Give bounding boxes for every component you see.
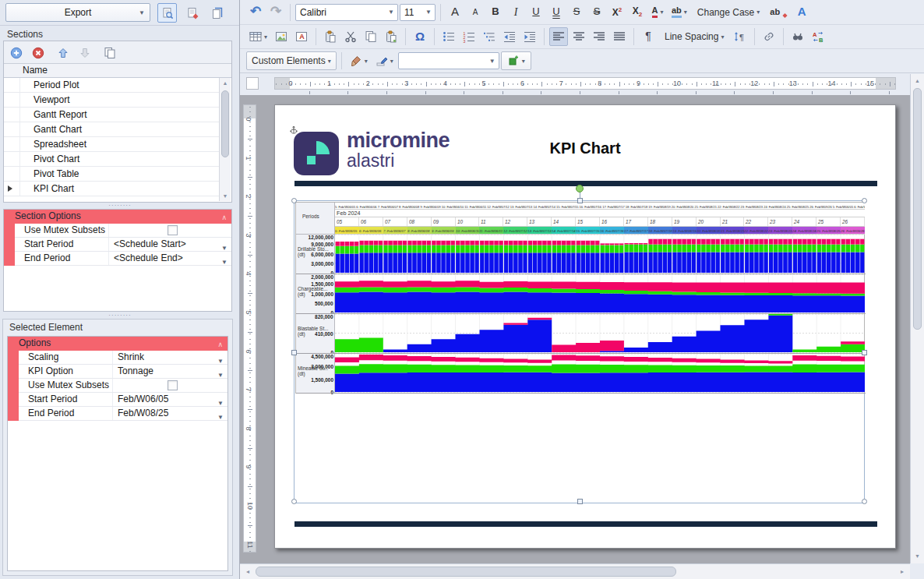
rotation-handle[interactable] (576, 185, 584, 192)
multilevel-button[interactable] (480, 27, 499, 46)
clear-format-button[interactable]: ab (767, 3, 791, 22)
option-value[interactable]: Shrink▼ (112, 351, 227, 364)
chevron-down-icon[interactable]: ▾ (365, 58, 368, 65)
double-underline-button[interactable]: U (547, 3, 566, 22)
ruler-corner-box[interactable] (246, 77, 259, 90)
handle-mid-left[interactable] (291, 350, 297, 355)
grow-button[interactable]: A (446, 3, 464, 22)
option-value[interactable]: Tonnage▼ (112, 365, 227, 378)
panel-splitter[interactable]: ········ (0, 203, 240, 209)
shrink-button[interactable]: A (466, 3, 485, 22)
subscript-button[interactable]: X2 (628, 3, 647, 22)
justify-button[interactable] (610, 27, 629, 46)
hyperlink-button[interactable] (760, 27, 778, 46)
para-spacing-button[interactable]: ¶ (731, 27, 749, 46)
export-dropdown[interactable]: Export ▼ (5, 3, 150, 22)
element-options-header[interactable]: Options ∧ (8, 337, 227, 351)
chevron-down-icon[interactable]: ▾ (660, 9, 663, 16)
font-dialog-button[interactable]: A (792, 3, 811, 22)
chevron-down-icon[interactable]: ▼ (425, 9, 432, 16)
move-up-button[interactable] (54, 44, 72, 62)
highlight-button[interactable]: ab▾ (668, 3, 690, 22)
sections-scrollbar[interactable]: ▲ ▼ (219, 78, 231, 201)
option-value[interactable] (108, 224, 231, 237)
indent-button[interactable] (520, 27, 539, 46)
handle-bottom-left[interactable] (291, 499, 297, 504)
scroll-down-icon[interactable]: ▼ (911, 551, 924, 562)
format-brush-button[interactable]: ▾ (347, 51, 371, 70)
section-list-item-kpi-chart[interactable]: KPI Chart (4, 182, 219, 196)
copy-button[interactable] (361, 27, 380, 46)
symbol-button[interactable]: Ω (411, 27, 429, 46)
panel-splitter[interactable]: ········ (0, 313, 240, 319)
vertical-ruler[interactable]: 01234567891011 (243, 98, 258, 560)
superscript-button[interactable]: X2 (608, 3, 626, 22)
line-spacing-button[interactable]: Line Spacing▾ (659, 27, 729, 46)
section-list-item-pivot-chart[interactable]: Pivot Chart (4, 152, 219, 167)
font-size-combobox[interactable]: 11▼ (400, 4, 436, 21)
document-canvas[interactable]: 01234567891011 micromine alastri KPI Cha… (240, 95, 910, 563)
section-list-item-gantt-report[interactable]: Gantt Report (4, 108, 219, 122)
delete-section-button[interactable] (29, 44, 47, 62)
chevron-down-icon[interactable]: ▼ (217, 411, 224, 424)
find-button[interactable] (788, 27, 807, 46)
replace-button[interactable]: AB (809, 27, 827, 46)
pilcrow-button[interactable]: ¶ (639, 27, 658, 46)
collapse-icon[interactable]: ∧ (217, 338, 223, 351)
kpi-chart-selection[interactable]: Periods5: Feb/W06/05 6: Feb/W06/06 7: Fe… (294, 200, 865, 503)
handle-mid-right[interactable] (862, 350, 867, 355)
duplicate-section-button[interactable] (101, 44, 118, 62)
chevron-down-icon[interactable]: ▾ (522, 58, 525, 65)
handle-top-center[interactable] (577, 198, 583, 203)
chevron-down-icon[interactable]: ▾ (328, 58, 331, 65)
underline-button[interactable]: U (527, 3, 545, 22)
redo-button[interactable]: ↷ (266, 3, 285, 22)
option-value[interactable]: <Schedule End>▼ (108, 252, 231, 265)
chevron-down-icon[interactable]: ▼ (489, 58, 496, 65)
checkbox[interactable] (168, 225, 178, 235)
scrollbar-thumb[interactable] (221, 90, 229, 157)
scroll-up-icon[interactable]: ▲ (220, 78, 231, 88)
insert-picture-button[interactable] (272, 27, 291, 46)
align-right-button[interactable] (590, 27, 608, 46)
bold-button[interactable]: B (486, 3, 505, 22)
insert-table-button[interactable]: ▾ (246, 27, 270, 46)
horizontal-ruler[interactable]: 0123456789101112131415 (262, 77, 904, 95)
chevron-down-icon[interactable]: ▾ (756, 9, 760, 16)
section-options-header[interactable]: Section Options ∧ (4, 210, 231, 224)
section-list-item-period-plot[interactable]: Period Plot (4, 78, 219, 93)
option-value[interactable]: <Schedule Start>▼ (108, 238, 231, 251)
edit-pencil-button[interactable]: ▾ (372, 51, 397, 70)
copy-layout-button[interactable] (207, 3, 227, 23)
handle-top-left[interactable] (291, 198, 297, 203)
kpi-chart-element[interactable]: Periods5: Feb/W06/05 6: Feb/W06/06 7: Fe… (295, 202, 865, 394)
align-center-button[interactable] (570, 27, 588, 46)
change-case-button[interactable]: Change Case▾ (692, 3, 765, 22)
option-value[interactable] (112, 379, 227, 392)
font-color-button[interactable]: A▾ (648, 3, 667, 22)
chevron-down-icon[interactable]: ▾ (721, 34, 724, 41)
chevron-down-icon[interactable]: ▾ (264, 34, 267, 41)
section-list-item-viewport[interactable]: Viewport (4, 93, 219, 108)
handle-bottom-right[interactable] (862, 499, 867, 504)
chevron-down-icon[interactable]: ▼ (221, 256, 227, 269)
handle-bottom-center[interactable] (577, 499, 583, 504)
horizontal-scrollbar[interactable]: ◂ ▸ (240, 563, 910, 579)
document-page[interactable]: micromine alastri KPI Chart Periods5: Fe… (274, 104, 896, 549)
option-value[interactable]: Feb/W08/25▼ (112, 407, 227, 420)
collapse-icon[interactable]: ∧ (221, 211, 227, 224)
scrollbar-thumb[interactable] (256, 567, 676, 577)
custom-elements-button[interactable]: Custom Elements▾ (246, 51, 337, 70)
chevron-down-icon[interactable]: ▼ (388, 9, 394, 16)
add-section-button[interactable] (7, 44, 25, 62)
checkbox[interactable] (168, 380, 178, 390)
paste-special-button[interactable] (382, 27, 400, 46)
style-value-combobox[interactable]: ▼ (398, 52, 499, 69)
numbering-button[interactable]: 123 (460, 27, 478, 46)
chevron-down-icon[interactable]: ▾ (684, 9, 687, 16)
option-value[interactable]: Feb/W06/05▼ (112, 393, 227, 406)
scrollbar-thumb[interactable] (913, 88, 922, 330)
page-title[interactable]: KPI Chart (275, 139, 895, 157)
vertical-scrollbar[interactable]: ▲ ▼ (910, 74, 924, 563)
italic-button[interactable]: I (506, 3, 525, 22)
